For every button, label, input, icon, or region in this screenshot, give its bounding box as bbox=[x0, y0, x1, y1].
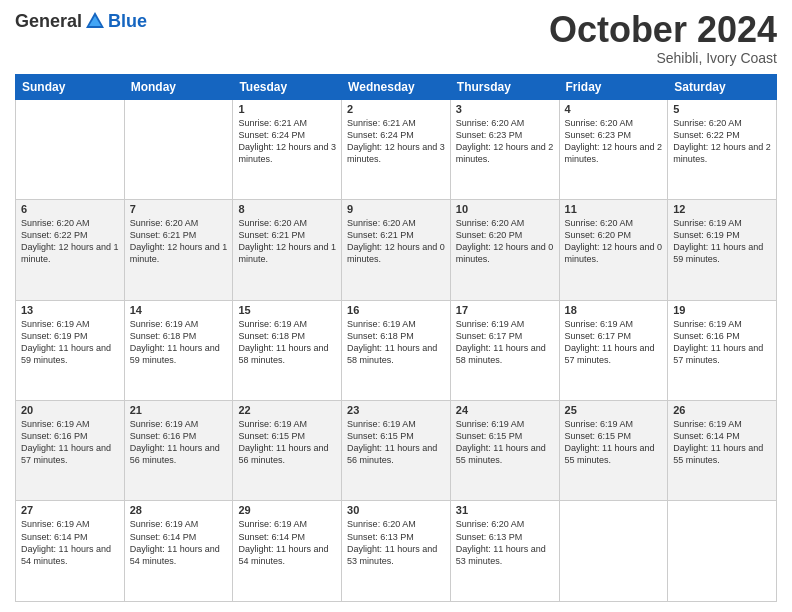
day-content: Sunrise: 6:20 AM Sunset: 6:23 PM Dayligh… bbox=[565, 117, 663, 166]
day-number: 17 bbox=[456, 304, 554, 316]
day-number: 11 bbox=[565, 203, 663, 215]
calendar-cell: 9Sunrise: 6:20 AM Sunset: 6:21 PM Daylig… bbox=[342, 200, 451, 300]
calendar-cell: 17Sunrise: 6:19 AM Sunset: 6:17 PM Dayli… bbox=[450, 300, 559, 400]
day-number: 21 bbox=[130, 404, 228, 416]
day-number: 5 bbox=[673, 103, 771, 115]
day-content: Sunrise: 6:21 AM Sunset: 6:24 PM Dayligh… bbox=[238, 117, 336, 166]
day-number: 9 bbox=[347, 203, 445, 215]
day-content: Sunrise: 6:20 AM Sunset: 6:22 PM Dayligh… bbox=[21, 217, 119, 266]
calendar-cell: 1Sunrise: 6:21 AM Sunset: 6:24 PM Daylig… bbox=[233, 99, 342, 199]
calendar-cell bbox=[124, 99, 233, 199]
calendar-cell: 5Sunrise: 6:20 AM Sunset: 6:22 PM Daylig… bbox=[668, 99, 777, 199]
page: General Blue October 2024 Sehibli, Ivory… bbox=[0, 0, 792, 612]
day-content: Sunrise: 6:20 AM Sunset: 6:21 PM Dayligh… bbox=[130, 217, 228, 266]
day-content: Sunrise: 6:21 AM Sunset: 6:24 PM Dayligh… bbox=[347, 117, 445, 166]
day-number: 13 bbox=[21, 304, 119, 316]
calendar-cell: 10Sunrise: 6:20 AM Sunset: 6:20 PM Dayli… bbox=[450, 200, 559, 300]
calendar-cell: 28Sunrise: 6:19 AM Sunset: 6:14 PM Dayli… bbox=[124, 501, 233, 602]
weekday-header-wednesday: Wednesday bbox=[342, 74, 451, 99]
day-number: 4 bbox=[565, 103, 663, 115]
day-content: Sunrise: 6:19 AM Sunset: 6:14 PM Dayligh… bbox=[673, 418, 771, 467]
calendar-cell: 29Sunrise: 6:19 AM Sunset: 6:14 PM Dayli… bbox=[233, 501, 342, 602]
day-content: Sunrise: 6:19 AM Sunset: 6:14 PM Dayligh… bbox=[238, 518, 336, 567]
calendar-cell: 13Sunrise: 6:19 AM Sunset: 6:19 PM Dayli… bbox=[16, 300, 125, 400]
day-number: 23 bbox=[347, 404, 445, 416]
week-row-2: 6Sunrise: 6:20 AM Sunset: 6:22 PM Daylig… bbox=[16, 200, 777, 300]
day-number: 1 bbox=[238, 103, 336, 115]
day-content: Sunrise: 6:19 AM Sunset: 6:14 PM Dayligh… bbox=[130, 518, 228, 567]
day-content: Sunrise: 6:20 AM Sunset: 6:13 PM Dayligh… bbox=[456, 518, 554, 567]
logo-icon bbox=[84, 10, 106, 32]
day-number: 19 bbox=[673, 304, 771, 316]
calendar-cell: 15Sunrise: 6:19 AM Sunset: 6:18 PM Dayli… bbox=[233, 300, 342, 400]
day-content: Sunrise: 6:20 AM Sunset: 6:22 PM Dayligh… bbox=[673, 117, 771, 166]
week-row-5: 27Sunrise: 6:19 AM Sunset: 6:14 PM Dayli… bbox=[16, 501, 777, 602]
calendar-cell: 4Sunrise: 6:20 AM Sunset: 6:23 PM Daylig… bbox=[559, 99, 668, 199]
day-number: 8 bbox=[238, 203, 336, 215]
calendar-cell: 30Sunrise: 6:20 AM Sunset: 6:13 PM Dayli… bbox=[342, 501, 451, 602]
calendar-cell: 16Sunrise: 6:19 AM Sunset: 6:18 PM Dayli… bbox=[342, 300, 451, 400]
day-number: 22 bbox=[238, 404, 336, 416]
weekday-header-friday: Friday bbox=[559, 74, 668, 99]
day-number: 24 bbox=[456, 404, 554, 416]
day-number: 7 bbox=[130, 203, 228, 215]
day-number: 3 bbox=[456, 103, 554, 115]
calendar-cell: 19Sunrise: 6:19 AM Sunset: 6:16 PM Dayli… bbox=[668, 300, 777, 400]
day-content: Sunrise: 6:19 AM Sunset: 6:16 PM Dayligh… bbox=[130, 418, 228, 467]
day-number: 14 bbox=[130, 304, 228, 316]
day-content: Sunrise: 6:19 AM Sunset: 6:18 PM Dayligh… bbox=[238, 318, 336, 367]
calendar-cell: 21Sunrise: 6:19 AM Sunset: 6:16 PM Dayli… bbox=[124, 401, 233, 501]
calendar-cell: 31Sunrise: 6:20 AM Sunset: 6:13 PM Dayli… bbox=[450, 501, 559, 602]
day-content: Sunrise: 6:19 AM Sunset: 6:16 PM Dayligh… bbox=[21, 418, 119, 467]
day-number: 30 bbox=[347, 504, 445, 516]
day-content: Sunrise: 6:19 AM Sunset: 6:19 PM Dayligh… bbox=[673, 217, 771, 266]
logo-blue: Blue bbox=[108, 11, 147, 32]
day-number: 26 bbox=[673, 404, 771, 416]
calendar-cell: 22Sunrise: 6:19 AM Sunset: 6:15 PM Dayli… bbox=[233, 401, 342, 501]
day-content: Sunrise: 6:20 AM Sunset: 6:23 PM Dayligh… bbox=[456, 117, 554, 166]
weekday-header-thursday: Thursday bbox=[450, 74, 559, 99]
day-content: Sunrise: 6:20 AM Sunset: 6:21 PM Dayligh… bbox=[238, 217, 336, 266]
day-number: 27 bbox=[21, 504, 119, 516]
logo-general: General bbox=[15, 11, 82, 32]
day-number: 29 bbox=[238, 504, 336, 516]
weekday-header-tuesday: Tuesday bbox=[233, 74, 342, 99]
title-area: October 2024 Sehibli, Ivory Coast bbox=[549, 10, 777, 66]
calendar-cell: 18Sunrise: 6:19 AM Sunset: 6:17 PM Dayli… bbox=[559, 300, 668, 400]
calendar-cell: 23Sunrise: 6:19 AM Sunset: 6:15 PM Dayli… bbox=[342, 401, 451, 501]
week-row-3: 13Sunrise: 6:19 AM Sunset: 6:19 PM Dayli… bbox=[16, 300, 777, 400]
day-content: Sunrise: 6:20 AM Sunset: 6:20 PM Dayligh… bbox=[456, 217, 554, 266]
day-content: Sunrise: 6:19 AM Sunset: 6:18 PM Dayligh… bbox=[347, 318, 445, 367]
day-number: 2 bbox=[347, 103, 445, 115]
day-content: Sunrise: 6:19 AM Sunset: 6:15 PM Dayligh… bbox=[347, 418, 445, 467]
day-content: Sunrise: 6:19 AM Sunset: 6:14 PM Dayligh… bbox=[21, 518, 119, 567]
day-content: Sunrise: 6:19 AM Sunset: 6:19 PM Dayligh… bbox=[21, 318, 119, 367]
calendar-cell: 24Sunrise: 6:19 AM Sunset: 6:15 PM Dayli… bbox=[450, 401, 559, 501]
day-content: Sunrise: 6:19 AM Sunset: 6:17 PM Dayligh… bbox=[456, 318, 554, 367]
week-row-1: 1Sunrise: 6:21 AM Sunset: 6:24 PM Daylig… bbox=[16, 99, 777, 199]
day-number: 31 bbox=[456, 504, 554, 516]
location: Sehibli, Ivory Coast bbox=[549, 50, 777, 66]
weekday-header-monday: Monday bbox=[124, 74, 233, 99]
day-content: Sunrise: 6:19 AM Sunset: 6:17 PM Dayligh… bbox=[565, 318, 663, 367]
calendar-cell bbox=[668, 501, 777, 602]
calendar-cell: 2Sunrise: 6:21 AM Sunset: 6:24 PM Daylig… bbox=[342, 99, 451, 199]
calendar-cell bbox=[16, 99, 125, 199]
header: General Blue October 2024 Sehibli, Ivory… bbox=[15, 10, 777, 66]
day-number: 18 bbox=[565, 304, 663, 316]
weekday-header-saturday: Saturday bbox=[668, 74, 777, 99]
logo: General Blue bbox=[15, 10, 147, 32]
calendar-cell: 3Sunrise: 6:20 AM Sunset: 6:23 PM Daylig… bbox=[450, 99, 559, 199]
calendar-cell: 14Sunrise: 6:19 AM Sunset: 6:18 PM Dayli… bbox=[124, 300, 233, 400]
day-number: 16 bbox=[347, 304, 445, 316]
calendar-cell: 8Sunrise: 6:20 AM Sunset: 6:21 PM Daylig… bbox=[233, 200, 342, 300]
day-content: Sunrise: 6:19 AM Sunset: 6:15 PM Dayligh… bbox=[565, 418, 663, 467]
day-content: Sunrise: 6:19 AM Sunset: 6:16 PM Dayligh… bbox=[673, 318, 771, 367]
calendar-cell: 25Sunrise: 6:19 AM Sunset: 6:15 PM Dayli… bbox=[559, 401, 668, 501]
weekday-header-row: SundayMondayTuesdayWednesdayThursdayFrid… bbox=[16, 74, 777, 99]
day-number: 15 bbox=[238, 304, 336, 316]
day-content: Sunrise: 6:19 AM Sunset: 6:15 PM Dayligh… bbox=[456, 418, 554, 467]
day-number: 12 bbox=[673, 203, 771, 215]
calendar-cell: 7Sunrise: 6:20 AM Sunset: 6:21 PM Daylig… bbox=[124, 200, 233, 300]
week-row-4: 20Sunrise: 6:19 AM Sunset: 6:16 PM Dayli… bbox=[16, 401, 777, 501]
